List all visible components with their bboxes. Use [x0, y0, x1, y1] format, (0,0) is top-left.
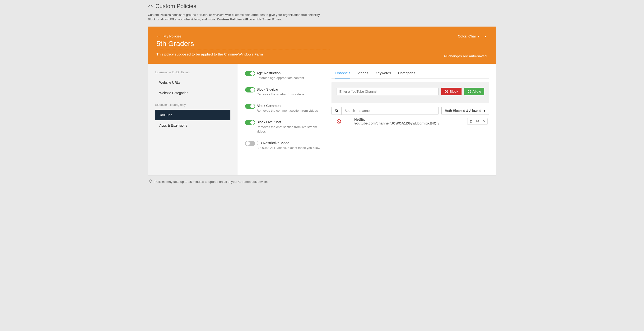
allow-button[interactable]: Allow — [464, 88, 484, 95]
color-picker[interactable]: Color: Chai ▾ — [458, 34, 479, 38]
sidebar-item-youtube[interactable]: YouTube — [155, 110, 230, 120]
toggle-desc: Enforces age-appropriate content — [256, 76, 326, 80]
sidebar: Extension & DNS filtering Website URLs W… — [148, 64, 238, 175]
search-input[interactable] — [342, 107, 438, 115]
channel-url: youtube.com/channel/UCWOA1ZGywLbqmigxE4Q… — [354, 121, 467, 125]
toggle-2[interactable] — [245, 104, 255, 109]
sidebar-item-website-urls[interactable]: Website URLs — [155, 77, 230, 88]
caret-down-icon: ▾ — [484, 109, 486, 113]
page-description: Custom Policies consist of groups of rul… — [148, 13, 328, 22]
toggle-desc: Removes the comment section from videos — [256, 109, 326, 113]
tab-channels[interactable]: Channels — [335, 71, 350, 78]
channel-name: Netflix — [354, 118, 467, 121]
toggle-4[interactable] — [245, 141, 255, 146]
autosave-notice: All changes are auto-saved. — [444, 54, 488, 58]
back-arrow-icon[interactable]: ← — [156, 34, 161, 39]
search-icon — [332, 107, 342, 115]
tab-videos[interactable]: Videos — [357, 71, 368, 78]
code-icon: < > — [148, 4, 152, 9]
toggle-title: Block Comments — [256, 104, 326, 108]
sidebar-item-website-categories[interactable]: Website Categories — [155, 88, 230, 98]
toggle-desc: Removes the sidebar from videos — [256, 92, 326, 96]
policy-description-input[interactable]: This policy supposed to be applied to th… — [156, 51, 330, 58]
block-icon — [445, 90, 448, 93]
page-title: Custom Policies — [156, 3, 196, 9]
close-icon[interactable] — [481, 118, 488, 124]
svg-point-0 — [335, 109, 338, 111]
check-icon — [468, 90, 471, 93]
toggle-title: ( ! ) Restrictive Mode — [256, 141, 326, 145]
open-external-icon[interactable] — [474, 118, 481, 124]
toggle-1[interactable] — [245, 87, 255, 92]
svg-rect-2 — [470, 120, 472, 123]
copy-icon[interactable] — [468, 118, 474, 124]
sidebar-group-label: Extension filtering only — [155, 103, 230, 106]
toggle-0[interactable] — [245, 71, 255, 76]
lightbulb-icon — [149, 179, 152, 184]
tab-categories[interactable]: Categories — [398, 71, 416, 78]
filter-dropdown[interactable]: Both Blocked & Allowed ▾ — [441, 107, 489, 115]
svg-line-1 — [337, 111, 338, 112]
toggle-title: Age Restriction — [256, 71, 326, 75]
toggle-title: Block Live Chat — [256, 120, 326, 124]
breadcrumb[interactable]: My Policies — [164, 34, 182, 38]
channel-input[interactable] — [336, 88, 438, 95]
block-button[interactable]: Block — [441, 88, 462, 95]
footer-note-text: Policies may take up to 15 minutes to up… — [154, 180, 269, 184]
policy-name-input[interactable]: 5th Graders — [156, 40, 330, 49]
toggle-3[interactable] — [245, 120, 255, 125]
tab-keywords[interactable]: Keywords — [376, 71, 391, 78]
toggle-title: Block Sidebar — [256, 87, 326, 91]
chevron-down-icon: ▾ — [478, 35, 479, 38]
sidebar-item-apps-extensions[interactable]: Apps & Extensions — [155, 120, 230, 131]
more-menu-icon[interactable]: ⋮ — [483, 34, 488, 39]
channel-row: Netflix youtube.com/channel/UCWOA1ZGywLb… — [332, 115, 489, 128]
toggle-desc: Removes the chat section from live strea… — [256, 125, 326, 133]
blocked-status-icon — [337, 119, 341, 124]
toggle-desc: BLOCKS ALL videos, except those you allo… — [256, 146, 326, 150]
sidebar-group-label: Extension & DNS filtering — [155, 70, 230, 74]
